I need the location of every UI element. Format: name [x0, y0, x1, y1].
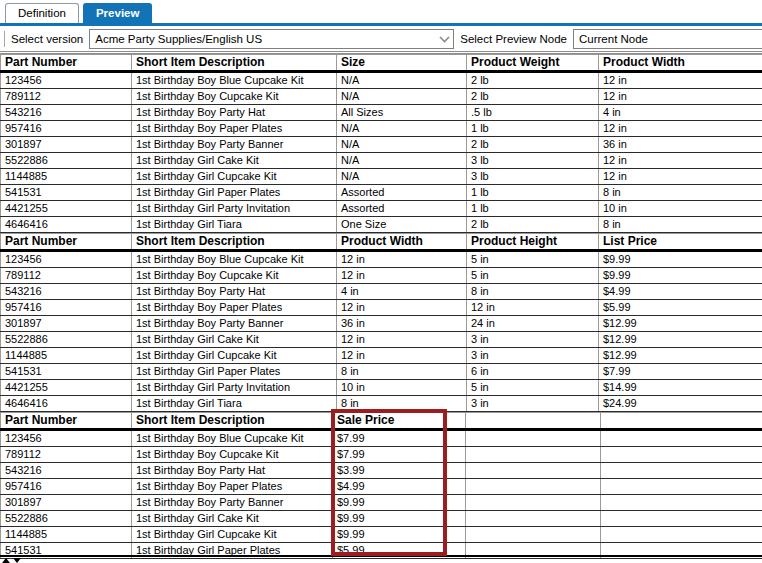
table-cell: 1st Birthday Boy Cupcake Kit: [132, 447, 333, 463]
table-cell: 3 lb: [467, 169, 599, 185]
table-cell: 1 lb: [467, 185, 599, 201]
table-cell: N/A: [337, 72, 467, 89]
table-cell: 1st Birthday Girl Cupcake Kit: [132, 348, 337, 364]
table-cell: All Sizes: [337, 105, 467, 121]
tab-definition[interactable]: Definition: [5, 3, 79, 23]
column-header: Short Item Description: [132, 413, 333, 430]
table-row: 9574161st Birthday Boy Paper Plates12 in…: [1, 300, 762, 316]
table-row: 44212551st Birthday Girl Party Invitatio…: [1, 201, 762, 217]
scroll-down-icon[interactable]: [13, 558, 21, 563]
table-cell: 12 in: [337, 300, 467, 316]
table-cell: 8 in: [599, 217, 762, 233]
preview-table-dimensions: Part NumberShort Item DescriptionProduct…: [0, 233, 762, 412]
table-row: 5415311st Birthday Girl Paper PlatesAsso…: [1, 185, 762, 201]
column-header: Short Item Description: [132, 234, 337, 251]
table-cell: 10 in: [599, 201, 762, 217]
table-cell: 5522886: [1, 511, 132, 527]
table-cell: .5 lb: [467, 105, 599, 121]
column-header: Product Height: [467, 234, 599, 251]
table-cell: 2 lb: [467, 72, 599, 89]
table-cell: 4 in: [337, 284, 467, 300]
table-cell: [466, 479, 601, 495]
table-cell: 4646416: [1, 396, 132, 412]
table-cell: 301897: [1, 316, 132, 332]
table-cell: $9.99: [333, 495, 466, 511]
table-cell: 957416: [1, 479, 132, 495]
tab-bar: Definition Preview: [0, 0, 762, 26]
table-cell: $9.99: [333, 511, 466, 527]
table-cell: 1st Birthday Girl Cupcake Kit: [132, 169, 337, 185]
table-cell: 1st Birthday Boy Blue Cupcake Kit: [132, 251, 337, 268]
table-cell: $7.99: [333, 447, 466, 463]
chevron-down-icon: [439, 33, 450, 45]
table-cell: 8 in: [599, 185, 762, 201]
table-row: 46464161st Birthday Girl Tiara8 in3 in$2…: [1, 396, 762, 412]
table-cell: [466, 495, 601, 511]
table-cell: 5522886: [1, 153, 132, 169]
table-cell: [601, 511, 762, 527]
preview-node-select[interactable]: Current Node: [573, 29, 762, 49]
table-cell: 1st Birthday Girl Paper Plates: [132, 185, 337, 201]
table-row: 3018971st Birthday Boy Party Banner$9.99: [1, 495, 762, 511]
table-cell: 12 in: [467, 300, 599, 316]
table-row: 9574161st Birthday Boy Paper Plates$4.99: [1, 479, 762, 495]
table-cell: 8 in: [467, 284, 599, 300]
table-cell: 957416: [1, 300, 132, 316]
table-cell: 4646416: [1, 217, 132, 233]
table-cell: 3 in: [467, 396, 599, 412]
table-cell: $14.99: [599, 380, 762, 396]
table-cell: 543216: [1, 105, 132, 121]
column-header: Part Number: [1, 55, 132, 72]
table-row: 1234561st Birthday Boy Blue Cupcake Kit1…: [1, 251, 762, 268]
version-select[interactable]: Acme Party Supplies/English US: [89, 29, 454, 49]
table-cell: N/A: [337, 137, 467, 153]
table-cell: 24 in: [467, 316, 599, 332]
table-cell: N/A: [337, 89, 467, 105]
table-cell: $9.99: [599, 268, 762, 284]
table-cell: $4.99: [599, 284, 762, 300]
table-cell: 5 in: [467, 268, 599, 284]
table-cell: [466, 430, 601, 447]
table-cell: 541531: [1, 185, 132, 201]
table-cell: 123456: [1, 251, 132, 268]
table-cell: 36 in: [599, 137, 762, 153]
header-row: Part NumberShort Item DescriptionSale Pr…: [1, 413, 762, 430]
table-cell: 4421255: [1, 201, 132, 217]
table-cell: 3 in: [467, 332, 599, 348]
table-row: 44212551st Birthday Girl Party Invitatio…: [1, 380, 762, 396]
column-header: [601, 413, 762, 430]
table-cell: 789112: [1, 89, 132, 105]
table-cell: 1st Birthday Girl Tiara: [132, 217, 337, 233]
table-cell: 1st Birthday Girl Party Invitation: [132, 380, 337, 396]
table-cell: 2 lb: [467, 89, 599, 105]
table-cell: [601, 463, 762, 479]
table-cell: $3.99: [333, 463, 466, 479]
table-row: 46464161st Birthday Girl TiaraOne Size2 …: [1, 217, 762, 233]
table-cell: $4.99: [333, 479, 466, 495]
table-cell: 789112: [1, 447, 132, 463]
table-row: 11448851st Birthday Girl Cupcake KitN/A3…: [1, 169, 762, 185]
header-row: Part NumberShort Item DescriptionProduct…: [1, 234, 762, 251]
table-cell: 1st Birthday Boy Party Hat: [132, 284, 337, 300]
table-cell: 5 in: [467, 380, 599, 396]
table-cell: $24.99: [599, 396, 762, 412]
table-row: 1234561st Birthday Boy Blue Cupcake KitN…: [1, 72, 762, 89]
column-header: List Price: [599, 234, 762, 251]
tab-preview[interactable]: Preview: [83, 3, 152, 23]
table-cell: 1144885: [1, 348, 132, 364]
preview-panel: Definition Preview Select version Acme P…: [0, 0, 762, 563]
table-cell: 1st Birthday Boy Cupcake Kit: [132, 268, 337, 284]
column-header: Product Width: [337, 234, 467, 251]
table-cell: [601, 495, 762, 511]
table-cell: 8 in: [337, 364, 467, 380]
column-header: Size: [337, 55, 467, 72]
table-cell: 1st Birthday Boy Party Banner: [132, 316, 337, 332]
table-cell: N/A: [337, 169, 467, 185]
toolbar-divider: [4, 31, 5, 47]
scroll-up-icon[interactable]: [2, 558, 10, 563]
table-cell: [601, 430, 762, 447]
table-cell: 2 lb: [467, 137, 599, 153]
column-header: Product Weight: [467, 55, 599, 72]
table-cell: 12 in: [337, 251, 467, 268]
table-cell: 1st Birthday Girl Cake Kit: [132, 332, 337, 348]
